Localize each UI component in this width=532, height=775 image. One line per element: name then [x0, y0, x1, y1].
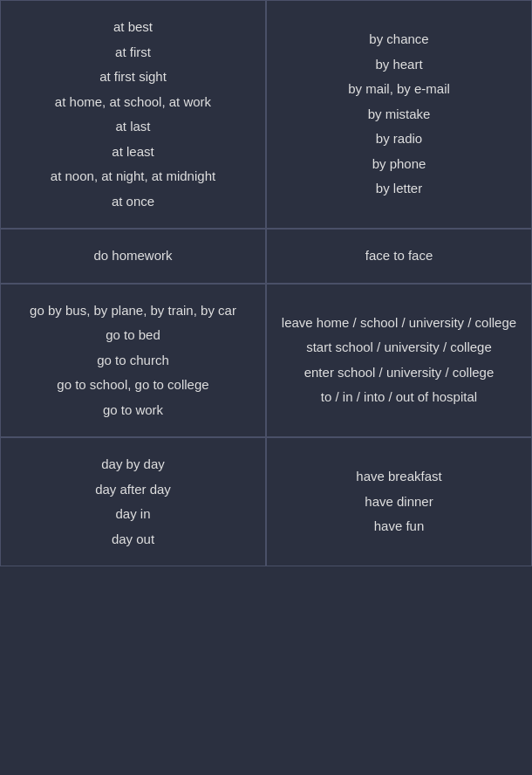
face-to-face-text: face to face — [365, 243, 433, 269]
phrase: go to school, go to college — [30, 373, 236, 398]
day-phrases-text: day by day day after day day in day out — [95, 452, 171, 552]
phrase: do homework — [93, 243, 172, 269]
phrase: start school / university / college — [282, 335, 516, 360]
phrase: day in — [95, 502, 171, 527]
cell-day-phrases: day by day day after day day in day out — [0, 437, 266, 566]
phrase: day by day — [95, 452, 171, 477]
phrase: go to bed — [30, 323, 236, 348]
phrase: by chance — [348, 27, 450, 52]
phrase: at noon, at night, at midnight — [51, 164, 215, 189]
phrase: by mail, by e-mail — [348, 77, 450, 102]
phrase: enter school / university / college — [282, 360, 516, 386]
phrase: by radio — [348, 127, 450, 152]
phrase: at last — [51, 114, 215, 140]
phrase: go by bus, by plane, by train, by car — [30, 298, 236, 324]
phrase: at first sight — [51, 65, 215, 90]
main-grid: at best at first at first sight at home,… — [0, 0, 532, 566]
by-phrases-1-text: by chance by heart by mail, by e-mail by… — [348, 27, 450, 202]
phrase: by letter — [348, 176, 450, 202]
cell-have-phrases: have breakfast have dinner have fun — [266, 437, 532, 566]
phrase: go to work — [30, 398, 236, 423]
phrase: by mistake — [348, 102, 450, 127]
cell-go-phrases: go by bus, by plane, by train, by car go… — [0, 284, 266, 438]
cell-do-homework: do homework — [0, 229, 266, 284]
at-phrases-text: at best at first at first sight at home,… — [51, 15, 215, 214]
phrase: at least — [51, 140, 215, 165]
phrase: by phone — [348, 152, 450, 177]
phrase: at best — [51, 15, 215, 40]
phrase: go to church — [30, 348, 236, 374]
phrase: at home, at school, at work — [51, 90, 215, 115]
phrase: at once — [51, 189, 215, 215]
phrase: by heart — [348, 52, 450, 78]
cell-leave-enter-phrases: leave home / school / university / colle… — [266, 284, 532, 438]
phrase: have breakfast — [356, 464, 441, 490]
phrase: have dinner — [356, 490, 441, 515]
phrase: leave home / school / university / colle… — [282, 311, 516, 336]
cell-face-to-face: face to face — [266, 229, 532, 284]
do-homework-text: do homework — [93, 243, 172, 269]
phrase: day after day — [95, 477, 171, 503]
phrase: to / in / into / out of hospital — [282, 385, 516, 410]
go-phrases-text: go by bus, by plane, by train, by car go… — [30, 298, 236, 423]
leave-enter-text: leave home / school / university / colle… — [282, 311, 516, 410]
cell-at-phrases: at best at first at first sight at home,… — [0, 0, 266, 229]
have-phrases-text: have breakfast have dinner have fun — [356, 464, 441, 539]
phrase: face to face — [365, 243, 433, 269]
phrase: day out — [95, 527, 171, 552]
phrase: have fun — [356, 514, 441, 539]
cell-by-phrases-1: by chance by heart by mail, by e-mail by… — [266, 0, 532, 229]
phrase: at first — [51, 40, 215, 65]
